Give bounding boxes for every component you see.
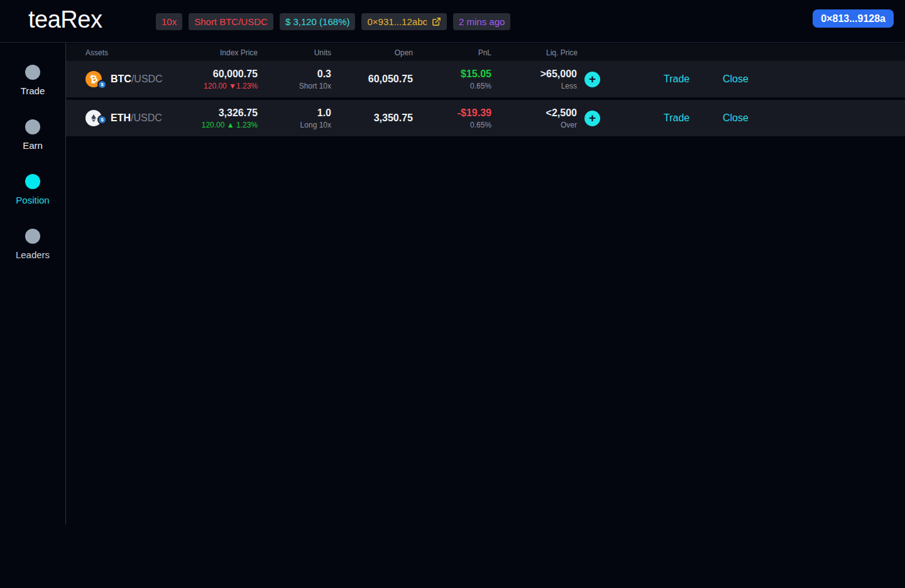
index-price-value: 3,326.75 (192, 107, 258, 119)
sidebar-nav: Trade Earn Position Leaders (0, 43, 66, 525)
units-direction: Long 10x (261, 121, 331, 129)
index-price-change: 120.00 ▲ 1.23% (192, 121, 258, 129)
index-change-pct: ▼1.23% (229, 82, 258, 90)
positions-panel: Assets Index Price Units Open PnL Liq. P… (66, 43, 905, 525)
add-margin-button[interactable]: + (584, 111, 600, 126)
pnl-pct: 0.65% (416, 82, 491, 90)
btc-usdc-icon-pair: ₿ $ (85, 71, 102, 87)
sidebar-item-earn[interactable]: Earn (23, 119, 43, 151)
earn-icon (25, 119, 40, 134)
leverage-badge: 10x (156, 13, 182, 30)
column-header-index-price: Index Price (192, 48, 261, 57)
quote-asset: /USDC (131, 112, 162, 123)
plus-icon: + (589, 73, 596, 85)
asset-cell: ₿ $ BTC/USDC (66, 71, 192, 87)
close-action-cell: Close (696, 112, 814, 124)
pair-name: BTC/USDC (111, 74, 163, 85)
wallet-address-button[interactable]: 0×813...9128a (813, 9, 894, 28)
column-header-liq-price: Liq. Price (495, 48, 601, 57)
index-price-value: 60,000.75 (192, 68, 258, 80)
usdc-icon: $ (97, 80, 107, 89)
units-cell: 1.0 Long 10x (261, 107, 334, 129)
liq-price-value: >65,000 (540, 68, 577, 80)
liq-price-sub: Over (546, 121, 577, 129)
units-direction: Short 10x (261, 82, 331, 90)
asset-cell: $ ETH/USDC (66, 110, 192, 126)
trade-action-cell: Trade (601, 112, 696, 124)
position-summary-badges: 10x Short BTC/USDC $ 3,120 (168%) 0×931.… (156, 13, 510, 30)
last-update-badge: 2 mins ago (453, 13, 510, 30)
position-direction-label: Short BTC/USDC (194, 16, 268, 27)
liq-price-text: >65,000 Less (540, 68, 577, 90)
pnl-value: $15.05 (416, 68, 491, 80)
trade-icon (25, 65, 40, 80)
eth-usdc-icon-pair: $ (85, 110, 102, 126)
index-change-value: 120.00 (204, 82, 227, 90)
sidebar-item-position[interactable]: Position (16, 174, 49, 205)
contract-address-badge[interactable]: 0×931...12abc (361, 13, 447, 30)
close-action-cell: Close (696, 74, 814, 85)
index-change-value: 120.00 (202, 121, 225, 129)
liq-price-cell: <2,500 Over + (495, 107, 601, 129)
position-direction-badge: Short BTC/USDC (189, 13, 273, 30)
sidebar-item-label: Trade (21, 85, 45, 96)
index-change-pct: ▲ 1.23% (227, 121, 258, 129)
close-link[interactable]: Close (723, 74, 749, 84)
liq-price-sub: Less (540, 82, 577, 90)
open-price-value: 3,350.75 (334, 112, 413, 124)
units-cell: 0.3 Short 10x (261, 68, 334, 90)
open-price-cell: 3,350.75 (334, 112, 416, 124)
position-row-eth-usdc: $ ETH/USDC 3,326.75 120.00 ▲ 1.23% 1.0 L… (66, 100, 905, 136)
open-price-value: 60,050.75 (334, 74, 413, 85)
contract-address-label: 0×931...12abc (367, 16, 427, 27)
trade-action-cell: Trade (601, 74, 696, 85)
units-value: 0.3 (261, 68, 331, 80)
pair-name: ETH/USDC (111, 112, 162, 124)
pnl-cell: -$19.39 0.65% (416, 107, 495, 129)
pnl-pct: 0.65% (416, 121, 491, 129)
sidebar-item-leaders[interactable]: Leaders (16, 229, 50, 260)
quote-asset: /USDC (131, 74, 163, 84)
position-icon (25, 174, 40, 189)
plus-icon: + (589, 112, 596, 124)
units-value: 1.0 (261, 107, 331, 119)
trade-link[interactable]: Trade (664, 74, 689, 84)
pnl-value: -$19.39 (416, 107, 491, 119)
trade-link[interactable]: Trade (664, 112, 689, 123)
liq-price-text: <2,500 Over (546, 107, 577, 129)
positions-table-header: Assets Index Price Units Open PnL Liq. P… (66, 44, 905, 61)
position-value-label: $ 3,120 (168%) (285, 16, 350, 27)
leverage-badge-label: 10x (162, 16, 177, 27)
leaders-icon (25, 229, 40, 244)
sidebar-item-trade[interactable]: Trade (21, 65, 45, 96)
column-header-open: Open (334, 48, 416, 57)
liq-price-value: <2,500 (546, 107, 577, 119)
last-update-label: 2 mins ago (459, 16, 505, 27)
index-price-cell: 60,000.75 120.00 ▼1.23% (192, 68, 261, 90)
index-price-cell: 3,326.75 120.00 ▲ 1.23% (192, 107, 261, 129)
top-bar: teaRex 10x Short BTC/USDC $ 3,120 (168%)… (0, 0, 905, 43)
pnl-cell: $15.05 0.65% (416, 68, 495, 90)
app-logo: teaRex (28, 6, 102, 33)
column-header-units: Units (261, 48, 334, 57)
add-margin-button[interactable]: + (584, 72, 600, 87)
base-asset: BTC (111, 74, 131, 84)
position-value-badge: $ 3,120 (168%) (280, 13, 356, 30)
sidebar-item-label: Earn (23, 140, 43, 151)
sidebar-item-label: Leaders (16, 249, 50, 260)
external-link-icon[interactable] (432, 17, 441, 26)
usdc-icon: $ (97, 115, 107, 124)
base-asset: ETH (111, 112, 131, 123)
liq-price-cell: >65,000 Less + (495, 68, 601, 90)
sidebar-item-label: Position (16, 195, 49, 205)
column-header-assets: Assets (66, 48, 192, 57)
index-price-change: 120.00 ▼1.23% (192, 82, 258, 90)
open-price-cell: 60,050.75 (334, 74, 416, 85)
column-header-pnl: PnL (416, 48, 495, 57)
close-link[interactable]: Close (723, 112, 749, 123)
position-row-btc-usdc: ₿ $ BTC/USDC 60,000.75 120.00 ▼1.23% 0.3… (66, 61, 905, 97)
